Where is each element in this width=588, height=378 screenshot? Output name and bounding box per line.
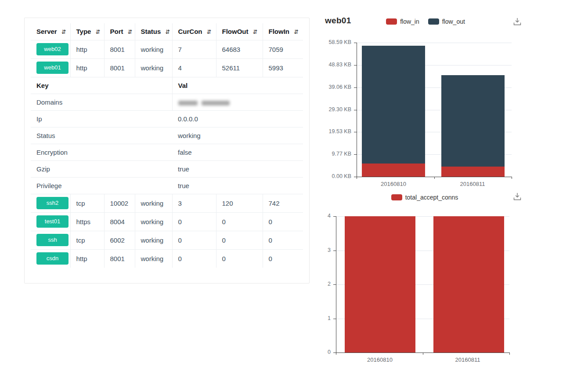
kv-row-status: Status working bbox=[31, 127, 303, 144]
kv-key: Domains bbox=[31, 94, 172, 110]
kv-row-gzip: Gzip true bbox=[31, 160, 303, 177]
chart-legend: flow_in flow_out bbox=[322, 18, 529, 25]
chart-legend: total_accept_conns bbox=[321, 194, 528, 201]
x-axis-category-label: 20160811 bbox=[441, 356, 494, 363]
table-row: web01 http 8001 working 4 52611 5993 bbox=[31, 58, 303, 77]
cell-port: 10002 bbox=[104, 194, 135, 212]
y-axis-line bbox=[357, 43, 357, 177]
sort-icon[interactable]: ⇵ bbox=[207, 29, 212, 35]
bar-flow_out-20160810[interactable] bbox=[362, 46, 425, 163]
bar-total_accept_conns-20160811[interactable] bbox=[433, 216, 504, 353]
column-header-status[interactable]: Status⇵ bbox=[135, 23, 172, 40]
server-button-ssh[interactable]: ssh bbox=[36, 234, 69, 246]
table-row: ssh tcp 6002 working 0 0 0 bbox=[31, 231, 303, 249]
server-button-csdn[interactable]: csdn bbox=[36, 252, 69, 265]
sort-icon[interactable]: ⇵ bbox=[253, 29, 258, 35]
y-axis-tick-label: 2 bbox=[316, 281, 331, 287]
cell-status: working bbox=[135, 194, 172, 212]
sort-icon[interactable]: ⇵ bbox=[95, 29, 100, 35]
cell-flowout: 52611 bbox=[216, 58, 263, 77]
legend-item-flow-out[interactable]: flow_out bbox=[428, 18, 465, 25]
y-axis-tick-label: 0 bbox=[316, 349, 331, 355]
column-header-curcon[interactable]: CurCon⇵ bbox=[172, 23, 216, 40]
cell-flowout: 120 bbox=[216, 194, 263, 212]
cell-status: working bbox=[135, 212, 172, 231]
gridline bbox=[357, 43, 512, 43]
cell-flowout: 0 bbox=[216, 212, 263, 231]
cell-type: http bbox=[70, 249, 104, 268]
cell-type: tcp bbox=[70, 231, 104, 249]
x-axis-tick bbox=[336, 353, 336, 355]
column-header-port[interactable]: Port⇵ bbox=[104, 23, 135, 40]
cell-flowin: 0 bbox=[263, 249, 303, 268]
y-axis-tick-label: 9.77 KB bbox=[316, 151, 351, 157]
x-axis-tick bbox=[512, 177, 512, 179]
y-axis-tick-label: 0.00 KB bbox=[316, 173, 351, 179]
bar-flow_in-20160810[interactable] bbox=[362, 164, 425, 177]
cell-status: working bbox=[135, 40, 172, 58]
cell-type: tcp bbox=[70, 194, 104, 212]
legend-swatch bbox=[386, 18, 397, 25]
y-axis-tick-label: 1 bbox=[316, 315, 331, 321]
table-header-row: Server⇵ Type⇵ Port⇵ Status⇵ CurCon⇵ Flow… bbox=[31, 23, 303, 40]
kv-key-header: Key bbox=[31, 77, 172, 94]
cell-flowin: 5993 bbox=[263, 58, 303, 77]
cell-status: working bbox=[135, 249, 172, 268]
conns-bar-chart: total_accept_conns 012342016081020160811 bbox=[316, 188, 523, 364]
y-axis-tick-label: 4 bbox=[316, 213, 331, 219]
legend-item-total-accept-conns[interactable]: total_accept_conns bbox=[391, 194, 458, 201]
x-axis-tick bbox=[357, 177, 357, 179]
y-axis-tick-label: 39.06 KB bbox=[316, 84, 351, 90]
server-button-test01[interactable]: test01 bbox=[36, 215, 69, 228]
cell-type: https bbox=[70, 212, 104, 231]
legend-swatch bbox=[391, 194, 402, 200]
kv-row-encryption: Encryption false bbox=[31, 144, 303, 160]
column-header-flowout[interactable]: FlowOut⇵ bbox=[216, 23, 263, 40]
kv-val-header: Val bbox=[172, 77, 303, 94]
kv-key: Privilege bbox=[31, 177, 172, 194]
bar-flow_in-20160811[interactable] bbox=[441, 167, 505, 177]
kv-key: Status bbox=[31, 127, 172, 144]
kv-key: Ip bbox=[31, 110, 172, 127]
cell-flowout: 0 bbox=[216, 249, 263, 268]
sort-icon[interactable]: ⇵ bbox=[294, 29, 299, 35]
cell-port: 8001 bbox=[104, 58, 135, 77]
y-axis-tick-label: 48.83 KB bbox=[316, 62, 351, 68]
cell-port: 8004 bbox=[104, 212, 135, 231]
legend-item-flow-in[interactable]: flow_in bbox=[386, 18, 419, 25]
column-header-flowin[interactable]: FlowIn⇵ bbox=[263, 23, 303, 40]
y-axis-tick-label: 58.59 KB bbox=[316, 39, 351, 45]
column-header-type[interactable]: Type⇵ bbox=[70, 23, 104, 40]
y-axis-tick-label: 3 bbox=[316, 247, 331, 253]
kv-val: 0.0.0.0 bbox=[172, 110, 303, 127]
cell-port: 8001 bbox=[104, 249, 135, 268]
cell-status: working bbox=[135, 231, 172, 249]
table-row: csdn http 8001 working 0 0 0 bbox=[31, 249, 303, 268]
y-axis-tick-label: 19.53 KB bbox=[316, 128, 351, 134]
server-button-web01[interactable]: web01 bbox=[36, 62, 69, 74]
kv-row-privilege: Privilege true bbox=[31, 177, 303, 194]
sort-icon[interactable]: ⇵ bbox=[165, 29, 170, 35]
x-axis-tick bbox=[423, 353, 423, 355]
server-table: Server⇵ Type⇵ Port⇵ Status⇵ CurCon⇵ Flow… bbox=[31, 23, 303, 268]
x-axis-category-label: 20160811 bbox=[446, 181, 499, 187]
table-row: test01 https 8004 working 0 0 0 bbox=[31, 212, 303, 231]
save-as-image-icon[interactable] bbox=[513, 193, 522, 203]
kv-val: true bbox=[172, 177, 303, 194]
sort-icon[interactable]: ⇵ bbox=[128, 29, 133, 35]
server-button-web02[interactable]: web02 bbox=[36, 43, 69, 55]
column-header-server[interactable]: Server⇵ bbox=[31, 23, 70, 40]
x-axis-tick bbox=[434, 177, 435, 179]
kv-header-row: Key Val bbox=[31, 77, 303, 94]
x-axis-category-label: 20160810 bbox=[354, 356, 406, 363]
cell-curcon: 3 bbox=[172, 194, 216, 212]
save-as-image-icon[interactable] bbox=[513, 18, 522, 28]
flow-stacked-bar-chart: web01 flow_in flow_out 0.00 KB9.77 KB19.… bbox=[316, 13, 523, 193]
sort-icon[interactable]: ⇵ bbox=[61, 29, 66, 35]
bar-total_accept_conns-20160810[interactable] bbox=[345, 216, 415, 353]
cell-curcon: 4 bbox=[172, 58, 216, 77]
kv-val: false bbox=[172, 144, 303, 160]
server-button-ssh2[interactable]: ssh2 bbox=[36, 197, 69, 209]
bar-flow_out-20160811[interactable] bbox=[441, 75, 505, 167]
cell-flowout: 0 bbox=[216, 231, 263, 249]
